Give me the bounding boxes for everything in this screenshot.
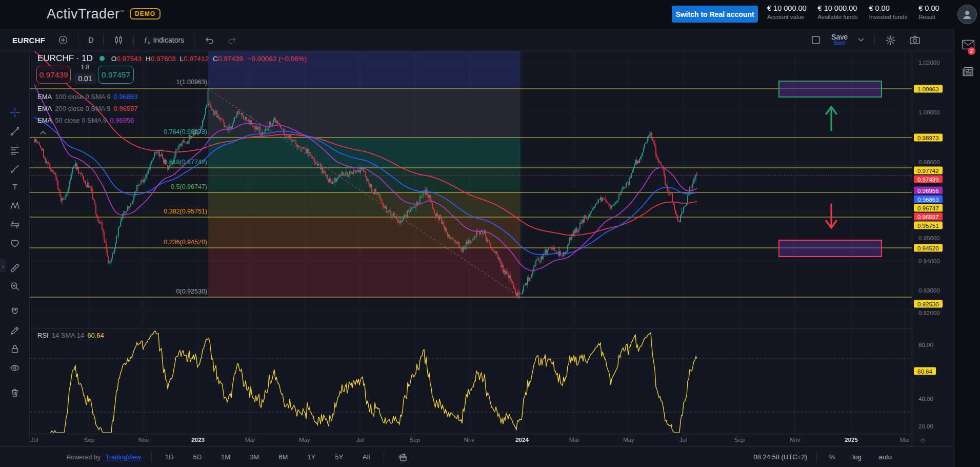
price-axis-badge[interactable]: 0.95751: [914, 222, 943, 229]
compare-add-button[interactable]: [55, 34, 71, 46]
stat-label: Account value: [767, 14, 807, 20]
fib-level-label: 0.382(0.95751): [105, 208, 207, 215]
magnet-tool[interactable]: [6, 303, 24, 320]
price-axis-label[interactable]: 40.00: [918, 396, 933, 402]
switch-to-real-button[interactable]: Switch to Real account: [672, 6, 758, 23]
position-tool[interactable]: [6, 216, 24, 233]
price-axis-label[interactable]: 0.98000: [918, 159, 940, 165]
price-axis-badge[interactable]: 0.96956: [914, 187, 943, 194]
stat-label: Result: [918, 14, 939, 20]
range-1M[interactable]: 1M: [218, 453, 233, 461]
price-axis-badge[interactable]: 0.97742: [914, 167, 943, 174]
legend-symbol-interval[interactable]: EURCHF · 1D: [37, 53, 93, 64]
account-stats: € 10 000.00Account value€ 10 000.00Avail…: [767, 4, 939, 20]
price-axis-badge[interactable]: 0.92530: [914, 300, 943, 308]
save-menu-button[interactable]: [855, 37, 867, 43]
price-axis-label[interactable]: 0.94000: [918, 258, 940, 264]
left-panel-expander[interactable]: ›: [0, 259, 6, 273]
price-axis-label[interactable]: 80.00: [918, 342, 933, 348]
range-6M[interactable]: 6M: [275, 453, 291, 461]
ema-legend-row[interactable]: EMA200 close 0 SMA 90.96597: [37, 104, 138, 112]
favorites-tool[interactable]: [6, 235, 24, 252]
interval-button[interactable]: D: [85, 35, 96, 45]
lock-drawings-tool[interactable]: [6, 340, 24, 358]
brush-tool[interactable]: [6, 160, 24, 178]
range-All[interactable]: All: [359, 453, 373, 461]
time-axis-label: Jul: [31, 437, 38, 443]
time-axis-label: 2024: [515, 437, 529, 443]
drawing-mode-tool[interactable]: [6, 322, 24, 339]
price-axis-badge[interactable]: 0.96597: [914, 213, 943, 221]
price-axis-label[interactable]: 0.95000: [918, 235, 940, 241]
news-button[interactable]: [959, 66, 977, 80]
price-axis-label[interactable]: 1.02000: [918, 60, 940, 66]
chart-legend: EURCHF · 1D O0.97543H0.97603L0.97412C0.9…: [37, 53, 307, 64]
newspaper-icon: [962, 66, 974, 77]
quantity-field[interactable]: 0.01: [74, 73, 96, 84]
price-axis-label[interactable]: 0.92000: [918, 310, 940, 316]
toolbar-right: Save Save: [808, 29, 924, 51]
log-scale-button[interactable]: log: [849, 453, 864, 461]
toolbar-separator: [133, 34, 134, 46]
ohlc-pair: C0.97439: [213, 55, 243, 63]
legend-collapse-caret[interactable]: [40, 127, 46, 137]
price-axis-badge[interactable]: 0.96863: [914, 196, 943, 203]
demo-badge: DEMO: [130, 8, 161, 20]
clock-display[interactable]: 08:24:58 (UTC+2): [753, 453, 807, 461]
range-3M[interactable]: 3M: [247, 453, 262, 461]
sell-button[interactable]: 0.97439: [36, 66, 71, 84]
layout-button[interactable]: [808, 34, 824, 46]
redo-button[interactable]: [224, 34, 241, 46]
time-axis-label: May: [299, 437, 310, 443]
axis-settings-icon[interactable]: ☼: [919, 435, 927, 444]
user-avatar[interactable]: [957, 5, 977, 24]
price-axis-badge[interactable]: 1.00963: [914, 85, 943, 93]
tradingview-link[interactable]: TradingView: [106, 454, 141, 461]
stat-label: Invested funds: [869, 14, 907, 20]
crosshair-tool[interactable]: [6, 104, 24, 121]
hide-drawings-tool[interactable]: [6, 359, 24, 377]
price-axis-badge[interactable]: 60.64: [914, 367, 936, 375]
fib-retracement-tool[interactable]: [6, 142, 24, 159]
undo-button[interactable]: [201, 34, 217, 46]
ema-value: 0.96597: [114, 105, 138, 112]
time-axis[interactable]: JulSepNov2023MarMayJulSepNov2024MarMayJu…: [30, 434, 912, 446]
price-axis-badge[interactable]: 0.97439: [914, 176, 943, 183]
indicators-button[interactable]: ƒx Indicators: [141, 35, 187, 46]
percent-scale-button[interactable]: %: [826, 453, 838, 461]
price-axis-badge[interactable]: 0.96747: [914, 204, 943, 212]
trendline-tool[interactable]: [6, 123, 24, 140]
symbol-button[interactable]: EURCHF: [9, 35, 48, 45]
buy-button[interactable]: 0.97457: [98, 66, 134, 84]
price-axis-badge[interactable]: 0.98973: [914, 134, 943, 142]
bottom-bar-right: 08:24:58 (UTC+2) % log auto: [753, 447, 895, 467]
range-1Y[interactable]: 1Y: [304, 453, 318, 461]
ema-legend-row[interactable]: EMA100 close 0 SMA 90.96863: [37, 92, 138, 101]
range-5D[interactable]: 5D: [190, 453, 205, 461]
chart-style-button[interactable]: [110, 34, 127, 46]
ohlc-val: 0.97603: [151, 55, 176, 63]
text-tool[interactable]: T: [6, 178, 24, 196]
stat-value: € 10 000.00: [818, 4, 858, 12]
zoom-tool[interactable]: [6, 278, 24, 295]
auto-scale-button[interactable]: auto: [876, 453, 895, 461]
remove-drawings-tool[interactable]: [6, 384, 24, 401]
measure-tool[interactable]: [6, 259, 24, 277]
pencil-icon: [10, 325, 20, 336]
price-axis-label[interactable]: 1.00000: [918, 109, 940, 115]
settings-button[interactable]: [882, 34, 899, 46]
range-5Y[interactable]: 5Y: [332, 453, 346, 461]
range-1D[interactable]: 1D: [162, 453, 177, 461]
price-axis[interactable]: ☼ 1.020001.009631.000000.989730.980000.9…: [912, 51, 954, 446]
fib-level-label: 0.764(0.98973): [105, 128, 207, 135]
price-axis-label[interactable]: 0.93000: [918, 287, 940, 294]
price-axis-badge[interactable]: 0.94520: [914, 244, 943, 252]
ohlc-val: 0.97412: [184, 55, 209, 63]
go-to-date-button[interactable]: [394, 452, 411, 462]
save-button[interactable]: Save Save: [831, 34, 848, 46]
pattern-tool[interactable]: [6, 197, 24, 215]
snapshot-button[interactable]: [906, 34, 924, 46]
price-axis-label[interactable]: 20.00: [918, 423, 933, 430]
time-axis-label: Jul: [679, 437, 687, 443]
ema-legend-row[interactable]: EMA50 close 0 SMA 90.96956: [37, 116, 134, 124]
